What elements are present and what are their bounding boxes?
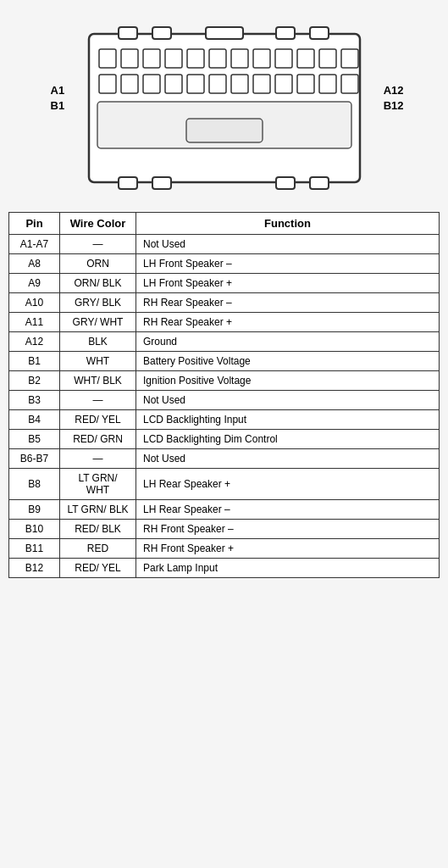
cell-pin: A8	[9, 254, 60, 274]
svg-rect-10	[187, 49, 204, 68]
cell-pin: B9	[9, 500, 60, 520]
cell-pin: B10	[9, 520, 60, 539]
svg-rect-7	[121, 49, 138, 68]
svg-rect-15	[297, 49, 314, 68]
cell-function: Not Used	[136, 391, 440, 410]
cell-wire-color: —	[60, 235, 136, 254]
svg-rect-11	[209, 49, 226, 68]
cell-function: LCD Backlighting Dim Control	[136, 430, 440, 449]
table-row: B10RED/ BLKRH Front Speaker –	[9, 520, 440, 539]
cell-wire-color: WHT/ BLK	[60, 371, 136, 391]
pin-table-section: Pin Wire Color Function A1-A7—Not UsedA8…	[8, 212, 440, 578]
cell-pin: B6-B7	[9, 449, 60, 469]
table-row: A11GRY/ WHTRH Rear Speaker +	[9, 313, 440, 332]
cell-pin: B2	[9, 371, 60, 391]
svg-rect-23	[231, 75, 248, 93]
cell-function: Park Lamp Input	[136, 559, 440, 578]
col-header-wire: Wire Color	[60, 213, 136, 235]
svg-rect-5	[310, 27, 329, 39]
cell-function: Not Used	[136, 449, 440, 469]
cell-pin: B8	[9, 469, 60, 500]
svg-rect-31	[186, 119, 263, 142]
cell-pin: B11	[9, 539, 60, 559]
label-a1b1: A1 B1	[51, 83, 65, 114]
cell-wire-color: WHT	[60, 352, 136, 371]
svg-rect-12	[231, 49, 248, 68]
svg-rect-16	[319, 49, 336, 68]
cell-function: LCD Backlighting Input	[136, 410, 440, 430]
pin-table: Pin Wire Color Function A1-A7—Not UsedA8…	[8, 212, 440, 578]
svg-rect-35	[310, 177, 329, 189]
table-row: A9ORN/ BLKLH Front Speaker +	[9, 274, 440, 293]
cell-wire-color: BLK	[60, 332, 136, 352]
svg-rect-33	[152, 177, 171, 189]
cell-function: LH Front Speaker +	[136, 274, 440, 293]
svg-rect-29	[341, 49, 358, 68]
cell-wire-color: —	[60, 449, 136, 469]
cell-function: RH Front Speaker +	[136, 539, 440, 559]
svg-rect-14	[275, 49, 292, 68]
cell-pin: B1	[9, 352, 60, 371]
svg-rect-4	[276, 27, 295, 39]
svg-rect-27	[319, 75, 336, 93]
cell-wire-color: RED/ YEL	[60, 410, 136, 430]
cell-function: RH Rear Speaker –	[136, 293, 440, 313]
cell-wire-color: RED/ YEL	[60, 559, 136, 578]
connector-diagram	[80, 25, 368, 191]
table-row: B5RED/ GRNLCD Backlighting Dim Control	[9, 430, 440, 449]
cell-wire-color: —	[60, 391, 136, 410]
svg-rect-1	[119, 27, 137, 39]
table-row: B3—Not Used	[9, 391, 440, 410]
cell-function: Ignition Positive Voltage	[136, 371, 440, 391]
svg-rect-17	[99, 75, 116, 93]
table-row: B11REDRH Front Speaker +	[9, 539, 440, 559]
svg-rect-2	[152, 27, 171, 39]
svg-rect-24	[253, 75, 270, 93]
cell-wire-color: LT GRN/ BLK	[60, 500, 136, 520]
table-row: A12BLKGround	[9, 332, 440, 352]
col-header-function: Function	[136, 213, 440, 235]
diagram-section: A1 B1 A12 B12	[8, 8, 440, 199]
svg-rect-3	[206, 27, 243, 39]
table-row: B6-B7—Not Used	[9, 449, 440, 469]
table-row: A8ORNLH Front Speaker –	[9, 254, 440, 274]
cell-function: Not Used	[136, 235, 440, 254]
svg-rect-21	[187, 75, 204, 93]
cell-wire-color: RED	[60, 539, 136, 559]
cell-wire-color: GRY/ WHT	[60, 313, 136, 332]
cell-function: RH Rear Speaker +	[136, 313, 440, 332]
cell-function: LH Front Speaker –	[136, 254, 440, 274]
cell-function: LH Rear Speaker +	[136, 469, 440, 500]
page-container: A1 B1 A12 B12	[0, 0, 448, 868]
svg-rect-34	[276, 177, 295, 189]
table-row: B9LT GRN/ BLKLH Rear Speaker –	[9, 500, 440, 520]
cell-pin: B3	[9, 391, 60, 410]
svg-rect-22	[209, 75, 226, 93]
cell-function: Ground	[136, 332, 440, 352]
cell-wire-color: RED/ GRN	[60, 430, 136, 449]
cell-pin: B4	[9, 410, 60, 430]
cell-function: RH Front Speaker –	[136, 520, 440, 539]
cell-wire-color: ORN	[60, 254, 136, 274]
table-row: B2WHT/ BLKIgnition Positive Voltage	[9, 371, 440, 391]
svg-rect-13	[253, 49, 270, 68]
cell-wire-color: LT GRN/ WHT	[60, 469, 136, 500]
svg-rect-25	[275, 75, 292, 93]
svg-rect-28	[341, 75, 358, 93]
cell-pin: A1-A7	[9, 235, 60, 254]
svg-rect-19	[143, 75, 160, 93]
cell-wire-color: GRY/ BLK	[60, 293, 136, 313]
svg-rect-32	[119, 177, 137, 189]
svg-rect-8	[143, 49, 160, 68]
cell-pin: A11	[9, 313, 60, 332]
table-row: B1WHTBattery Positive Voltage	[9, 352, 440, 371]
table-header-row: Pin Wire Color Function	[9, 213, 440, 235]
table-row: A10GRY/ BLKRH Rear Speaker –	[9, 293, 440, 313]
svg-rect-26	[297, 75, 314, 93]
cell-function: Battery Positive Voltage	[136, 352, 440, 371]
col-header-pin: Pin	[9, 213, 60, 235]
svg-rect-9	[165, 49, 182, 68]
table-row: B12RED/ YELPark Lamp Input	[9, 559, 440, 578]
table-row: B4RED/ YELLCD Backlighting Input	[9, 410, 440, 430]
table-row: B8LT GRN/ WHTLH Rear Speaker +	[9, 469, 440, 500]
